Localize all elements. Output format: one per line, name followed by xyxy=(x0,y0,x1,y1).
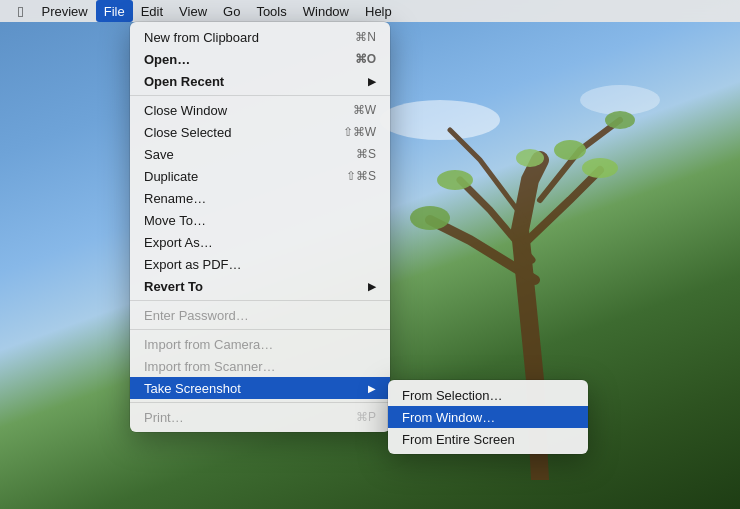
new-from-clipboard-label: New from Clipboard xyxy=(144,30,259,45)
print-item[interactable]: Print… ⌘P xyxy=(130,406,390,428)
revert-to-arrow-icon: ▶ xyxy=(368,281,376,292)
rename-item[interactable]: Rename… xyxy=(130,187,390,209)
open-recent-label: Open Recent xyxy=(144,74,224,89)
import-from-scanner-item[interactable]: Import from Scanner… xyxy=(130,355,390,377)
enter-password-item[interactable]: Enter Password… xyxy=(130,304,390,326)
tools-menu-item[interactable]: Tools xyxy=(248,0,294,22)
screenshot-submenu: From Selection… From Window… From Entire… xyxy=(388,380,588,454)
enter-password-label: Enter Password… xyxy=(144,308,249,323)
duplicate-label: Duplicate xyxy=(144,169,198,184)
svg-point-1 xyxy=(580,85,660,115)
view-menu-item[interactable]: View xyxy=(171,0,215,22)
open-recent-arrow-icon: ▶ xyxy=(368,76,376,87)
duplicate-shortcut: ⇧⌘S xyxy=(346,169,376,183)
close-selected-item[interactable]: Close Selected ⇧⌘W xyxy=(130,121,390,143)
svg-point-5 xyxy=(605,111,635,129)
save-item[interactable]: Save ⌘S xyxy=(130,143,390,165)
from-window-label: From Window… xyxy=(402,410,495,425)
import-from-camera-label: Import from Camera… xyxy=(144,337,273,352)
preview-menu-item[interactable]: Preview xyxy=(33,0,95,22)
take-screenshot-item[interactable]: Take Screenshot ▶ xyxy=(130,377,390,399)
from-window-item[interactable]: From Window… xyxy=(388,406,588,428)
from-selection-item[interactable]: From Selection… xyxy=(388,384,588,406)
take-screenshot-label: Take Screenshot xyxy=(144,381,241,396)
go-menu-item[interactable]: Go xyxy=(215,0,248,22)
save-shortcut: ⌘S xyxy=(356,147,376,161)
svg-point-2 xyxy=(410,206,450,230)
close-selected-shortcut: ⇧⌘W xyxy=(343,125,376,139)
svg-point-0 xyxy=(380,100,500,140)
open-item[interactable]: Open… ⌘O xyxy=(130,48,390,70)
edit-menu-item[interactable]: Edit xyxy=(133,0,171,22)
save-label: Save xyxy=(144,147,174,162)
move-to-item[interactable]: Move To… xyxy=(130,209,390,231)
import-from-scanner-label: Import from Scanner… xyxy=(144,359,276,374)
print-shortcut: ⌘P xyxy=(356,410,376,424)
separator-4 xyxy=(130,402,390,403)
duplicate-item[interactable]: Duplicate ⇧⌘S xyxy=(130,165,390,187)
file-dropdown-menu: New from Clipboard ⌘N Open… ⌘O Open Rece… xyxy=(130,22,390,432)
rename-label: Rename… xyxy=(144,191,206,206)
close-selected-label: Close Selected xyxy=(144,125,231,140)
window-menu-item[interactable]: Window xyxy=(295,0,357,22)
separator-1 xyxy=(130,95,390,96)
close-window-label: Close Window xyxy=(144,103,227,118)
file-menu-item[interactable]: File xyxy=(96,0,133,22)
close-window-item[interactable]: Close Window ⌘W xyxy=(130,99,390,121)
export-as-pdf-label: Export as PDF… xyxy=(144,257,242,272)
new-from-clipboard-item[interactable]: New from Clipboard ⌘N xyxy=(130,26,390,48)
svg-point-4 xyxy=(582,158,618,178)
close-window-shortcut: ⌘W xyxy=(353,103,376,117)
export-as-label: Export As… xyxy=(144,235,213,250)
revert-to-label: Revert To xyxy=(144,279,203,294)
from-selection-label: From Selection… xyxy=(402,388,502,403)
from-entire-screen-label: From Entire Screen xyxy=(402,432,515,447)
open-shortcut: ⌘O xyxy=(355,52,376,66)
print-label: Print… xyxy=(144,410,184,425)
revert-to-item[interactable]: Revert To ▶ xyxy=(130,275,390,297)
svg-point-6 xyxy=(554,140,586,160)
apple-menu-item[interactable]:  xyxy=(8,0,33,22)
from-entire-screen-item[interactable]: From Entire Screen xyxy=(388,428,588,450)
open-recent-item[interactable]: Open Recent ▶ xyxy=(130,70,390,92)
export-as-pdf-item[interactable]: Export as PDF… xyxy=(130,253,390,275)
svg-point-7 xyxy=(516,149,544,167)
move-to-label: Move To… xyxy=(144,213,206,228)
open-label: Open… xyxy=(144,52,190,67)
separator-2 xyxy=(130,300,390,301)
new-from-clipboard-shortcut: ⌘N xyxy=(355,30,376,44)
svg-point-3 xyxy=(437,170,473,190)
help-menu-item[interactable]: Help xyxy=(357,0,400,22)
take-screenshot-arrow-icon: ▶ xyxy=(368,383,376,394)
import-from-camera-item[interactable]: Import from Camera… xyxy=(130,333,390,355)
export-as-item[interactable]: Export As… xyxy=(130,231,390,253)
menubar:  Preview File Edit View Go Tools Window… xyxy=(0,0,740,22)
separator-3 xyxy=(130,329,390,330)
